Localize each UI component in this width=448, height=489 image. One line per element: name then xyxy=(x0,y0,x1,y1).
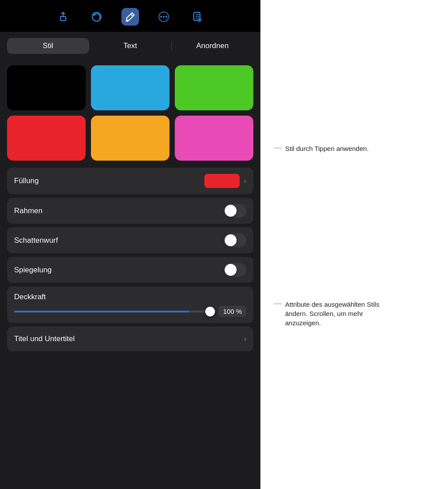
svg-point-6 xyxy=(166,16,167,18)
tab-anordnen-label: Anordnen xyxy=(196,41,229,50)
tab-stil[interactable]: Stil xyxy=(7,38,89,54)
title-subtitle-label: Titel und Untertitel xyxy=(14,335,75,343)
border-row[interactable]: Rahmen xyxy=(7,198,253,224)
opacity-slider-fill xyxy=(14,311,189,312)
shadow-toggle-knob xyxy=(225,234,237,246)
toolbar xyxy=(0,0,260,32)
share-icon[interactable] xyxy=(54,8,72,26)
svg-line-2 xyxy=(131,14,133,16)
annotation-presets-text: Stil durch Tippen anwenden. xyxy=(285,144,369,153)
presets-grid xyxy=(7,65,253,161)
opacity-section: Deckkraft 100 % xyxy=(7,286,253,323)
reflection-toggle-knob xyxy=(225,264,237,276)
document-icon[interactable] xyxy=(188,8,206,26)
reflection-toggle[interactable] xyxy=(224,263,246,277)
preset-swatch-blue[interactable] xyxy=(91,65,169,110)
tabs-bar: Stil Text Anordnen xyxy=(0,32,260,58)
preset-swatch-orange[interactable] xyxy=(91,116,169,161)
opacity-value[interactable]: 100 % xyxy=(218,306,246,317)
annotation-attributes-text: Attribute des ausgewählten Stils ändern.… xyxy=(285,300,382,327)
svg-rect-3 xyxy=(126,20,128,22)
properties-section: Füllung › Rahmen Schattenwurf Spiegelung xyxy=(0,164,260,355)
annotation-line-1 xyxy=(274,148,282,148)
undo-icon[interactable] xyxy=(88,8,105,26)
more-icon[interactable] xyxy=(155,8,173,26)
format-brush-icon[interactable] xyxy=(121,8,139,26)
fill-chevron-icon: › xyxy=(244,177,246,185)
reflection-label: Spiegelung xyxy=(14,266,52,275)
opacity-row: 100 % xyxy=(14,306,246,317)
preset-swatch-black[interactable] xyxy=(7,65,86,110)
title-subtitle-row[interactable]: Titel und Untertitel › xyxy=(7,327,253,351)
border-label: Rahmen xyxy=(14,207,42,215)
tab-anordnen[interactable]: Anordnen xyxy=(172,38,253,54)
shadow-toggle[interactable] xyxy=(224,233,246,247)
presets-section xyxy=(0,58,260,164)
opacity-label: Deckkraft xyxy=(14,293,246,301)
main-panel: Stil Text Anordnen Füllung › xyxy=(0,0,260,489)
fill-right: › xyxy=(204,174,246,188)
preset-swatch-pink[interactable] xyxy=(175,116,253,161)
svg-point-5 xyxy=(163,16,165,18)
annotation-line-2 xyxy=(274,304,282,304)
svg-point-4 xyxy=(160,16,162,18)
opacity-slider-track[interactable] xyxy=(14,311,213,312)
preset-swatch-red[interactable] xyxy=(7,116,86,161)
shadow-row[interactable]: Schattenwurf xyxy=(7,227,253,253)
border-toggle[interactable] xyxy=(224,204,246,218)
title-chevron-icon: › xyxy=(244,335,246,343)
fill-label: Füllung xyxy=(14,177,39,185)
annotations-panel: Stil durch Tippen anwenden. Attribute de… xyxy=(260,0,448,489)
tab-text[interactable]: Text xyxy=(89,38,171,54)
svg-point-13 xyxy=(199,19,200,21)
preset-swatch-green[interactable] xyxy=(175,65,253,110)
fill-row[interactable]: Füllung › xyxy=(7,168,253,194)
border-toggle-knob xyxy=(225,205,237,217)
annotation-presets: Stil durch Tippen anwenden. xyxy=(274,144,439,153)
shadow-label: Schattenwurf xyxy=(14,236,58,245)
reflection-row[interactable]: Spiegelung xyxy=(7,257,253,283)
opacity-slider-thumb[interactable] xyxy=(205,307,215,316)
fill-color-swatch[interactable] xyxy=(204,174,240,188)
annotation-attributes: Attribute des ausgewählten Stils ändern.… xyxy=(274,300,439,327)
tab-text-label: Text xyxy=(123,41,137,50)
tab-stil-label: Stil xyxy=(43,41,53,50)
